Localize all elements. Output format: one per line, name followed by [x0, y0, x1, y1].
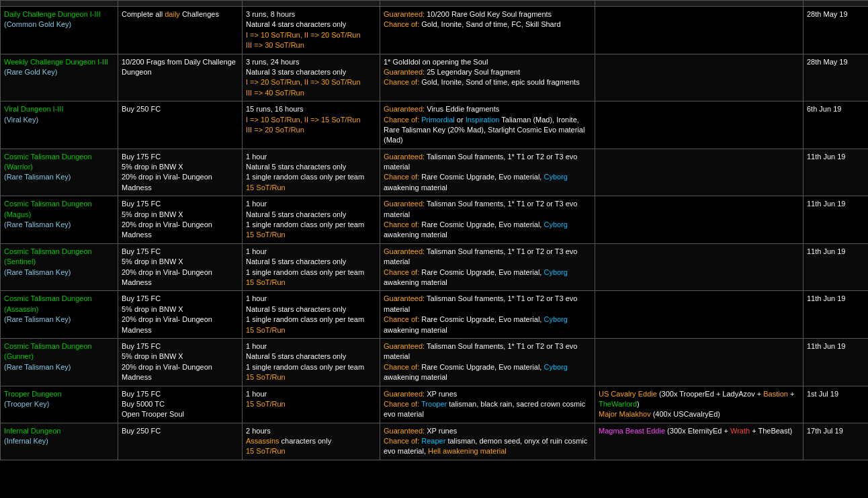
- introduced-cell: 28th May 19: [804, 54, 869, 101]
- header-rewards: [380, 1, 595, 7]
- rewards-cell: Guaranteed: Talisman Soul framents, 1* T…: [380, 291, 595, 339]
- level-cell: 15 runs, 16 hoursI => 10 SoT/Run, II => …: [243, 101, 380, 149]
- level-cell: 2 hoursAssassins characters only15 SoT/R…: [243, 423, 380, 460]
- level-cell: 1 hourNatural 5 stars characters only1 s…: [243, 149, 380, 196]
- dungeon-cell: Viral Dungeon I-III(Viral Key): [1, 101, 118, 149]
- key-cell: Buy 175 FC5% drop in BNW X20% drop in Vi…: [118, 196, 243, 244]
- achievements-cell: [595, 149, 804, 196]
- rewards-cell: Guaranteed: Talisman Soul framents, 1* T…: [380, 196, 595, 244]
- dungeon-table: Daily Challenge Dungeon I-III(Common Gol…: [0, 0, 868, 460]
- level-cell: 1 hourNatural 5 stars characters only1 s…: [243, 243, 380, 291]
- level-cell: 1 hourNatural 5 stars characters only1 s…: [243, 338, 380, 386]
- achievements-cell: US Cavalry Eddie (300x TrooperEd + LadyA…: [595, 386, 804, 423]
- introduced-cell: 17th Jul 19: [804, 423, 869, 460]
- introduced-cell: 11th Jun 19: [804, 243, 869, 291]
- key-cell: Buy 175 FC5% drop in BNW X20% drop in Vi…: [118, 291, 243, 339]
- header-level: [243, 1, 380, 7]
- header-dungeon: [1, 1, 118, 7]
- dungeon-cell: Cosmic Talisman Dungeon (Gunner)(Rare Ta…: [1, 338, 118, 386]
- dungeon-cell: Cosmic Talisman Dungeon (Assassin)(Rare …: [1, 291, 118, 339]
- rewards-cell: Guaranteed: XP runesChance of: Trooper t…: [380, 386, 595, 423]
- achievements-cell: [595, 338, 804, 386]
- level-cell: 1 hour15 SoT/Run: [243, 386, 380, 423]
- achievements-cell: [595, 291, 804, 339]
- header-key: [118, 1, 243, 7]
- dungeon-cell: Cosmic Talisman Dungeon (Magus)(Rare Tal…: [1, 196, 118, 244]
- rewards-cell: 1* GoldIdol on opening the SoulGuarantee…: [380, 54, 595, 101]
- rewards-cell: Guaranteed: Talisman Soul framents, 1* T…: [380, 149, 595, 196]
- introduced-cell: 28th May 19: [804, 7, 869, 54]
- key-cell: Buy 175 FCBuy 5000 TCOpen Trooper Soul: [118, 386, 243, 423]
- dungeon-cell: Infernal Dungeon(Infernal Key): [1, 423, 118, 460]
- level-cell: 1 hourNatural 5 stars characters only1 s…: [243, 291, 380, 339]
- rewards-cell: Guaranteed: Talisman Soul framents, 1* T…: [380, 338, 595, 386]
- achievements-cell: [595, 54, 804, 101]
- header-introduced: [804, 1, 869, 7]
- key-cell: Complete all daily Challenges: [118, 7, 243, 54]
- dungeon-cell: Cosmic Talisman Dungeon (Sentinel)(Rare …: [1, 243, 118, 291]
- level-cell: 3 runs, 8 hoursNatural 4 stars character…: [243, 7, 380, 54]
- key-cell: Buy 250 FC: [118, 101, 243, 149]
- rewards-cell: Guaranteed: Virus Eddie fragmentsChance …: [380, 101, 595, 149]
- key-cell: Buy 250 FC: [118, 423, 243, 460]
- introduced-cell: 6th Jun 19: [804, 101, 869, 149]
- key-cell: Buy 175 FC5% drop in BNW X20% drop in Vi…: [118, 243, 243, 291]
- achievements-cell: [595, 7, 804, 54]
- achievements-cell: [595, 196, 804, 244]
- rewards-cell: Guaranteed: XP runesChance of: Reaper ta…: [380, 423, 595, 460]
- key-cell: Buy 175 FC5% drop in BNW X20% drop in Vi…: [118, 338, 243, 386]
- key-cell: 10/200 Frags from Daily Challenge Dungeo…: [118, 54, 243, 101]
- introduced-cell: 11th Jun 19: [804, 338, 869, 386]
- rewards-cell: Guaranteed: Talisman Soul framents, 1* T…: [380, 243, 595, 291]
- dungeon-cell: Trooper Dungeon(Trooper Key): [1, 386, 118, 423]
- dungeon-cell: Weekly Challenge Dungeon I-III(Rare Gold…: [1, 54, 118, 101]
- achievements-cell: [595, 101, 804, 149]
- dungeon-cell: Daily Challenge Dungeon I-III(Common Gol…: [1, 7, 118, 54]
- achievements-cell: [595, 243, 804, 291]
- introduced-cell: 11th Jun 19: [804, 149, 869, 196]
- dungeon-cell: Cosmic Talisman Dungeon (Warrior)(Rare T…: [1, 149, 118, 196]
- rewards-cell: Guaranteed: 10/200 Rare Gold Key Soul fr…: [380, 7, 595, 54]
- level-cell: 1 hourNatural 5 stars characters only1 s…: [243, 196, 380, 244]
- introduced-cell: 11th Jun 19: [804, 196, 869, 244]
- level-cell: 3 runs, 24 hoursNatural 3 stars characte…: [243, 54, 380, 101]
- achievements-cell: Magma Beast Eddie (300x EternityEd + Wra…: [595, 423, 804, 460]
- header-achievements: [595, 1, 804, 7]
- key-cell: Buy 175 FC5% drop in BNW X20% drop in Vi…: [118, 149, 243, 196]
- introduced-cell: 11th Jun 19: [804, 291, 869, 339]
- introduced-cell: 1st Jul 19: [804, 386, 869, 423]
